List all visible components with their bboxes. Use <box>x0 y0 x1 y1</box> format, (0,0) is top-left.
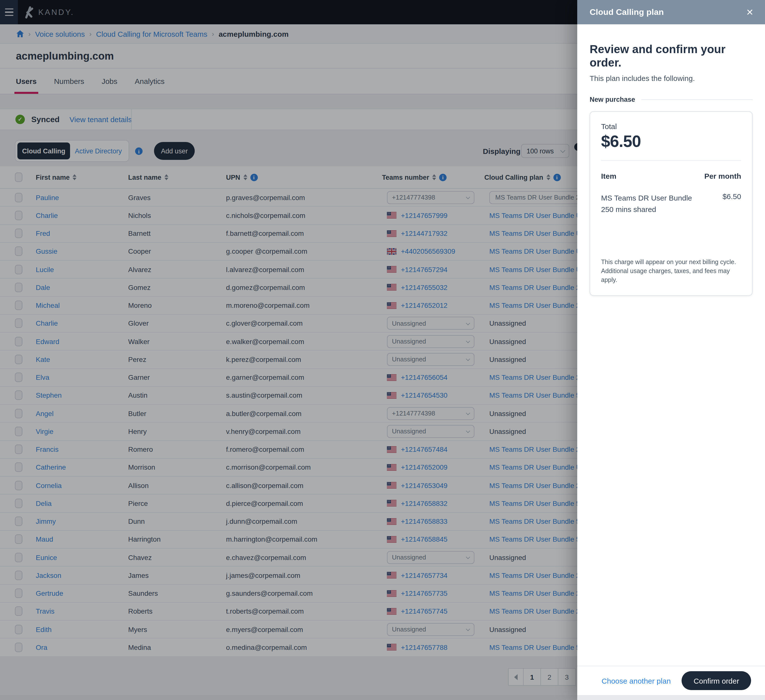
order-item-name: MS Teams DR User Bundle 250 mins shared <box>601 192 692 215</box>
divider <box>601 160 741 161</box>
panel-subheading: This plan includes the following. <box>590 74 752 82</box>
confirm-order-button[interactable]: Confirm order <box>682 671 751 690</box>
item-columns-header: Item Per month <box>601 172 741 180</box>
order-item-name-line2: 250 mins shared <box>601 204 692 215</box>
choose-another-plan-link[interactable]: Choose another plan <box>601 676 671 685</box>
panel-header: Cloud Calling plan ✕ <box>577 0 765 24</box>
order-item-price: $6.50 <box>722 192 741 201</box>
total-value: $6.50 <box>601 132 741 151</box>
price-column-label: Per month <box>704 172 741 180</box>
total-label: Total <box>601 122 741 130</box>
viewport: KANDY. › Voice solutions › Cloud Calling… <box>0 0 765 700</box>
panel-footer: Choose another plan Confirm order <box>577 666 765 695</box>
panel-title: Cloud Calling plan <box>590 7 664 17</box>
panel-heading: Review and confirm your order. <box>590 43 752 69</box>
cloud-calling-plan-panel: Cloud Calling plan ✕ Review and confirm … <box>577 0 765 700</box>
close-icon[interactable]: ✕ <box>746 8 754 17</box>
billing-note-line2: Additional usage charges, taxes, and fee… <box>601 267 741 285</box>
billing-note-line1: This charge will appear on your next bil… <box>601 257 741 266</box>
horizontal-scrollbar-track <box>577 695 765 700</box>
order-item-row: MS Teams DR User Bundle 250 mins shared … <box>601 192 741 215</box>
order-item-name-line1: MS Teams DR User Bundle <box>601 192 692 204</box>
item-column-label: Item <box>601 172 617 180</box>
new-purchase-label: New purchase <box>590 96 635 103</box>
divider <box>641 99 752 100</box>
billing-note: This charge will appear on your next bil… <box>601 257 741 284</box>
order-summary-card: Total $6.50 Item Per month MS Teams DR U… <box>590 111 752 296</box>
panel-body: Review and confirm your order. This plan… <box>577 43 765 296</box>
new-purchase-section-label: New purchase <box>590 96 752 103</box>
